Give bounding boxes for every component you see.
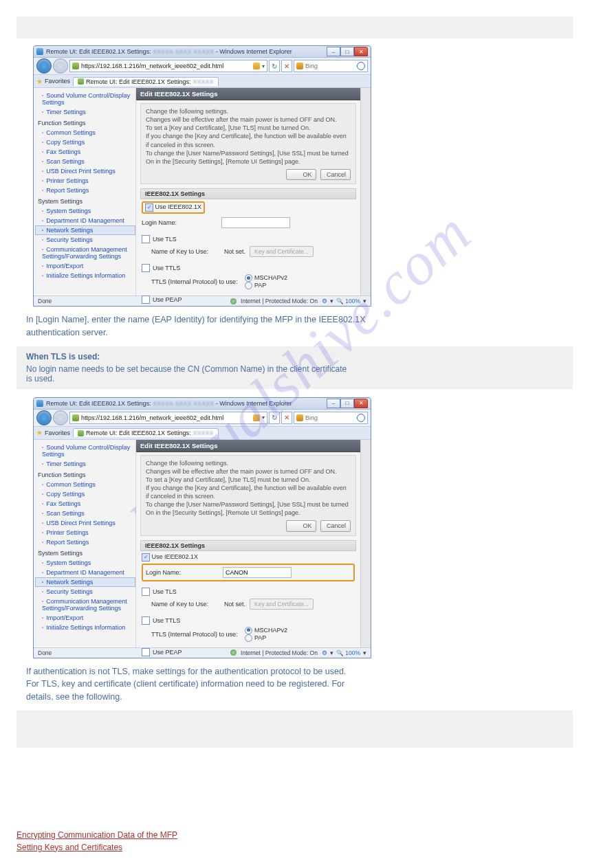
- vertical-scrollbar[interactable]: [360, 440, 371, 647]
- ok-button[interactable]: OK: [286, 169, 316, 180]
- search-icon[interactable]: [357, 414, 365, 422]
- use-peap-checkbox[interactable]: Use PEAP: [142, 296, 182, 304]
- main-pane: Edit IEEE802.1X Settings Change the foll…: [136, 88, 360, 296]
- sidebar-item-dept[interactable]: Department ID Management: [35, 568, 135, 577]
- radio-selected-icon: [245, 627, 252, 634]
- refresh-button[interactable]: ↻: [269, 412, 280, 424]
- sidebar-item-dept[interactable]: Department ID Management: [35, 216, 135, 225]
- key-cert-button[interactable]: Key and Certificate...: [250, 599, 314, 610]
- refresh-button[interactable]: ↻: [269, 60, 280, 72]
- sidebar-item-init[interactable]: Initialize Settings Information: [35, 271, 135, 280]
- forward-button[interactable]: [53, 58, 68, 74]
- search-icon[interactable]: [357, 62, 365, 70]
- info-box: Change the following settings. Changes w…: [140, 103, 356, 184]
- sidebar-item-system[interactable]: System Settings: [35, 206, 135, 216]
- sidebar-item-security[interactable]: Security Settings: [35, 235, 135, 245]
- sidebar-item-impexp[interactable]: Import/Export: [35, 261, 135, 271]
- stop-button[interactable]: ✕: [281, 60, 292, 72]
- site-icon: [72, 414, 79, 421]
- sidebar-item-fax[interactable]: Fax Settings: [35, 499, 135, 509]
- radio-icon: [245, 634, 252, 642]
- status-done: Done: [38, 649, 52, 656]
- status-done: Done: [38, 298, 52, 304]
- login-name-input[interactable]: [221, 217, 290, 228]
- browser-tab[interactable]: Remote UI: Edit IEEE802.1X Settings: XXX…: [73, 428, 219, 437]
- search-box[interactable]: Bing: [294, 412, 368, 424]
- use-tls-checkbox[interactable]: Use TLS: [142, 235, 177, 243]
- sidebar-item-comm[interactable]: Communication Management Settings/Forwar…: [35, 245, 135, 261]
- window-minimize-button[interactable]: –: [327, 47, 340, 56]
- bing-icon: [296, 63, 303, 69]
- use-ttls-checkbox[interactable]: Use TTLS: [142, 616, 180, 625]
- sidebar-item-printer[interactable]: Printer Settings: [35, 176, 135, 186]
- radio-pap[interactable]: PAP: [245, 634, 287, 642]
- radio-mschap[interactable]: MSCHAPv2: [245, 274, 287, 282]
- sidebar-item-system[interactable]: System Settings: [35, 558, 135, 568]
- favorites-link[interactable]: ★Favorites: [36, 78, 70, 85]
- sidebar-item-common[interactable]: Common Settings: [35, 128, 135, 137]
- checkbox-icon: [142, 296, 150, 304]
- search-box[interactable]: Bing: [294, 60, 368, 72]
- sidebar-item-sound[interactable]: Sound Volume Control/Display Settings: [35, 91, 135, 107]
- sidebar-item-printer[interactable]: Printer Settings: [35, 528, 135, 537]
- lock-icon: [253, 63, 260, 69]
- back-button[interactable]: [36, 58, 52, 74]
- sidebar-item-copy[interactable]: Copy Settings: [35, 489, 135, 499]
- vertical-scrollbar[interactable]: [360, 88, 371, 296]
- sidebar-item-init[interactable]: Initialize Settings Information: [35, 623, 135, 632]
- back-button[interactable]: [36, 410, 52, 425]
- sidebar-item-impexp[interactable]: Import/Export: [35, 613, 135, 623]
- sidebar-item-report[interactable]: Report Settings: [35, 186, 135, 195]
- login-name-label: Login Name:: [146, 569, 219, 576]
- sidebar-item-scan[interactable]: Scan Settings: [35, 509, 135, 518]
- ok-button[interactable]: OK: [286, 520, 316, 531]
- sidebar-item-comm[interactable]: Communication Management Settings/Forwar…: [35, 597, 135, 613]
- use-ttls-checkbox[interactable]: Use TTLS: [142, 264, 180, 272]
- use-peap-checkbox[interactable]: Use PEAP: [142, 648, 182, 656]
- window-title: Remote UI: Edit IEEE802.1X Settings: XXX…: [46, 400, 327, 407]
- sidebar-item-common[interactable]: Common Settings: [35, 480, 135, 489]
- dropdown-arrow-icon[interactable]: ▾: [262, 414, 265, 421]
- sidebar-item-security[interactable]: Security Settings: [35, 587, 135, 597]
- dropdown-arrow-icon[interactable]: ▾: [262, 63, 265, 69]
- sidebar-item-timer[interactable]: Timer Settings: [35, 107, 135, 117]
- sidebar-item-network[interactable]: Network Settings: [35, 225, 135, 235]
- address-bar[interactable]: https://192.168.1.216/m_network_ieee802_…: [69, 60, 267, 72]
- sidebar-item-network[interactable]: Network Settings: [35, 577, 135, 587]
- sidebar-item-sound[interactable]: Sound Volume Control/Display Settings: [35, 443, 135, 459]
- address-bar[interactable]: https://192.168.1.216/m_network_ieee802_…: [69, 412, 267, 424]
- window-maximize-button[interactable]: □: [340, 399, 354, 408]
- page-favicon: [36, 400, 43, 407]
- forward-button[interactable]: [53, 410, 68, 425]
- sidebar-item-timer[interactable]: Timer Settings: [35, 459, 135, 469]
- sidebar-item-report[interactable]: Report Settings: [35, 537, 135, 547]
- sidebar-item-usb[interactable]: USB Direct Print Settings: [35, 518, 135, 528]
- window-maximize-button[interactable]: □: [340, 47, 354, 56]
- sidebar-item-fax[interactable]: Fax Settings: [35, 147, 135, 157]
- use-tls-checkbox[interactable]: Use TLS: [142, 588, 177, 596]
- link-keys-certs[interactable]: Setting Keys and Certificates: [17, 843, 573, 852]
- window-close-button[interactable]: ✕: [354, 47, 368, 56]
- use-8021x-checkbox[interactable]: Use IEEE802.1X: [142, 553, 198, 560]
- window-close-button[interactable]: ✕: [354, 399, 368, 408]
- radio-pap[interactable]: PAP: [245, 282, 287, 289]
- window-minimize-button[interactable]: –: [327, 399, 340, 408]
- login-name-input[interactable]: [223, 567, 292, 578]
- cancel-button[interactable]: Cancel: [320, 169, 351, 180]
- sidebar-item-copy[interactable]: Copy Settings: [35, 137, 135, 147]
- key-cert-button[interactable]: Key and Certificate...: [250, 246, 314, 257]
- page-favicon: [36, 48, 43, 55]
- use-8021x-checkbox[interactable]: Use IEEE802.1X: [145, 203, 201, 210]
- settings-sidebar: Sound Volume Control/Display Settings Ti…: [34, 440, 136, 647]
- radio-mschap[interactable]: MSCHAPv2: [245, 627, 287, 634]
- key-name-label: Name of Key to Use:: [151, 248, 220, 255]
- link-encrypting[interactable]: Encrypting Communication Data of the MFP: [17, 830, 573, 840]
- stop-button[interactable]: ✕: [281, 412, 292, 424]
- cancel-button[interactable]: Cancel: [320, 520, 351, 531]
- favorites-link[interactable]: ★Favorites: [36, 429, 70, 436]
- sidebar-item-usb[interactable]: USB Direct Print Settings: [35, 166, 135, 176]
- browser-tab[interactable]: Remote UI: Edit IEEE802.1X Settings: XXX…: [73, 77, 219, 86]
- sidebar-item-scan[interactable]: Scan Settings: [35, 157, 135, 166]
- checkbox-icon: [142, 648, 150, 656]
- nav-toolbar: https://192.168.1.216/m_network_ieee802_…: [34, 58, 371, 75]
